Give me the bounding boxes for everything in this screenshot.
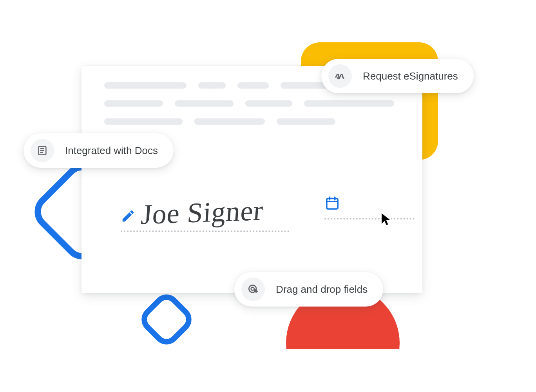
integrated-with-docs-pill[interactable]: Integrated with Docs bbox=[24, 133, 174, 168]
pill-label: Integrated with Docs bbox=[65, 145, 158, 157]
crop-mask bbox=[0, 349, 536, 392]
decor-blue-diamond-small bbox=[136, 289, 197, 350]
signature-field[interactable]: Joe Signer bbox=[121, 195, 289, 232]
request-esignatures-pill[interactable]: Request eSignatures bbox=[321, 59, 474, 93]
pen-icon bbox=[121, 209, 136, 223]
pill-label: Request eSignatures bbox=[363, 70, 458, 82]
esignature-promo-graphic: Joe Signer Request eSignatures bbox=[0, 0, 536, 392]
date-field[interactable] bbox=[324, 195, 415, 232]
signature-name: Joe Signer bbox=[140, 196, 264, 229]
document-card: Joe Signer bbox=[81, 66, 422, 293]
cursor-icon bbox=[379, 211, 393, 227]
target-click-icon bbox=[241, 278, 265, 301]
calendar-icon bbox=[324, 195, 415, 211]
svg-rect-0 bbox=[327, 198, 338, 209]
drag-and-drop-fields-pill[interactable]: Drag and drop fields bbox=[234, 272, 383, 307]
document-icon bbox=[31, 139, 54, 162]
scribble-icon bbox=[328, 64, 352, 88]
pill-label: Drag and drop fields bbox=[276, 283, 368, 296]
